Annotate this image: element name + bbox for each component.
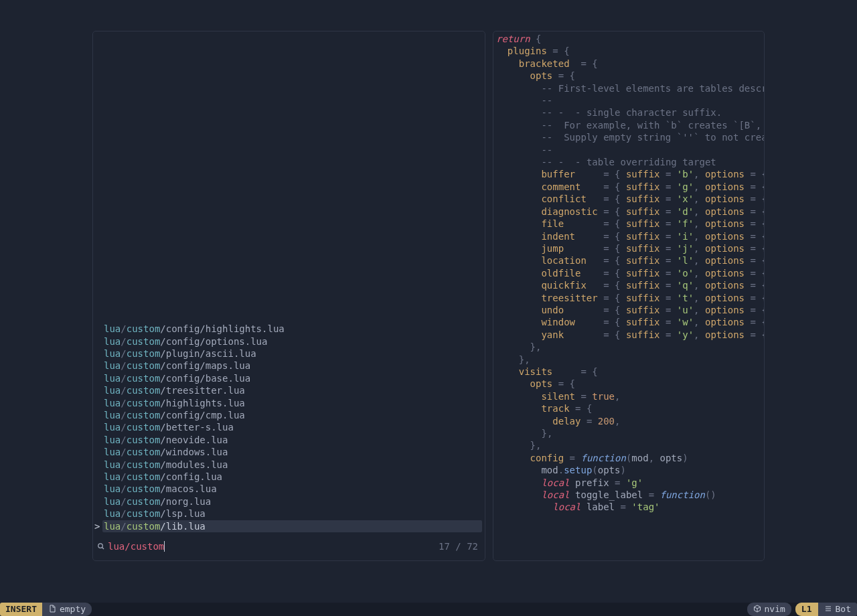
app-root: lua/custom/config/highlights.lualua/cust… bbox=[0, 0, 857, 616]
search-icon bbox=[97, 540, 105, 552]
status-lsp: nvim bbox=[747, 603, 791, 616]
picker-result[interactable]: lua/custom/macos.lua bbox=[96, 483, 485, 495]
picker-result[interactable]: lua/custom/config/base.lua bbox=[96, 372, 485, 384]
status-mode: INSERT bbox=[0, 603, 42, 616]
picker-results: lua/custom/config/highlights.lualua/cust… bbox=[93, 323, 485, 532]
picker-result[interactable]: lua/custom/neovide.lua bbox=[96, 434, 485, 446]
picker-count: 17 / 72 bbox=[439, 540, 478, 552]
status-right: nvim L1 Bot bbox=[743, 603, 857, 616]
file-picker: lua/custom/config/highlights.lualua/cust… bbox=[92, 31, 485, 561]
status-file-label: empty bbox=[60, 603, 86, 615]
picker-result[interactable]: lua/custom/config.lua bbox=[96, 471, 485, 483]
picker-result[interactable]: lua/custom/config/cmp.lua bbox=[96, 409, 485, 421]
preview-pane: return { plugins = { bracketed = { opts … bbox=[493, 31, 765, 561]
picker-input-row: lua/custom 17 / 72 bbox=[97, 540, 478, 552]
picker-result[interactable]: lua/custom/highlights.lua bbox=[96, 397, 485, 409]
picker-result[interactable]: lua/custom/lib.lua bbox=[102, 520, 482, 532]
picker-result[interactable]: lua/custom/config/maps.lua bbox=[96, 360, 485, 372]
text-cursor bbox=[164, 541, 165, 552]
picker-result[interactable]: lua/custom/windows.lua bbox=[96, 446, 485, 458]
picker-result[interactable]: lua/custom/plugin/ascii.lua bbox=[96, 348, 485, 360]
status-pos: L1 bbox=[795, 603, 818, 616]
search-input[interactable]: lua/custom bbox=[108, 540, 439, 552]
picker-result[interactable]: lua/custom/treesitter.lua bbox=[96, 384, 485, 396]
statusbar: INSERT empty nvim L1 Bot bbox=[0, 603, 857, 616]
picker-result[interactable]: lua/custom/norg.lua bbox=[96, 495, 485, 508]
picker-result[interactable]: lua/custom/config/highlights.lua bbox=[96, 323, 485, 335]
picker-result[interactable]: lua/custom/lsp.lua bbox=[96, 508, 485, 520]
svg-point-0 bbox=[98, 543, 103, 548]
svg-line-1 bbox=[102, 547, 104, 549]
status-scroll-label: Bot bbox=[836, 603, 851, 615]
picker-result[interactable]: lua/custom/config/options.lua bbox=[96, 335, 485, 348]
file-icon bbox=[48, 603, 56, 615]
status-scroll: Bot bbox=[818, 603, 857, 616]
picker-result[interactable]: lua/custom/better-s.lua bbox=[96, 421, 485, 433]
status-lsp-label: nvim bbox=[765, 603, 785, 615]
cube-icon bbox=[753, 603, 761, 615]
lines-icon bbox=[824, 603, 832, 615]
picker-result[interactable]: lua/custom/modules.lua bbox=[96, 459, 485, 471]
status-file: empty bbox=[42, 603, 92, 616]
search-query-text: lua/custom bbox=[108, 541, 164, 552]
panel-container: lua/custom/config/highlights.lualua/cust… bbox=[92, 31, 765, 561]
